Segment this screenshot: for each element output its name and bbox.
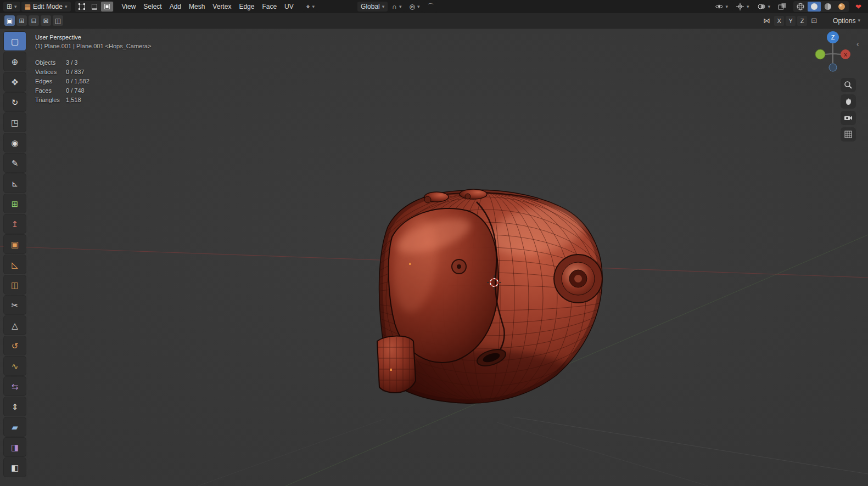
chevron-down-icon: ▾	[399, 4, 402, 9]
tool-smooth[interactable]: ∿	[4, 357, 26, 375]
menu-mesh[interactable]: Mesh	[185, 2, 209, 12]
tool-measure[interactable]: ⊾	[4, 174, 26, 193]
chevron-down-icon: ▾	[417, 4, 420, 9]
select-mode-invert[interactable]: ⊠	[41, 15, 51, 26]
mirror-axis-group: XYZ	[774, 16, 807, 26]
overlays-dropdown[interactable]: ▾	[754, 1, 774, 12]
tool-spin[interactable]: ↺	[4, 336, 26, 355]
shading-material-button[interactable]	[821, 2, 835, 12]
menu-vertex[interactable]: Vertex	[209, 2, 235, 12]
mirror-x-toggle[interactable]: X	[774, 16, 784, 26]
pan-button[interactable]	[841, 94, 856, 109]
edge-select-mode-button[interactable]	[88, 2, 100, 12]
chevron-down-icon: ▾	[382, 4, 385, 9]
rip-region-icon: ◨	[11, 443, 19, 451]
gizmos-dropdown[interactable]: ▾	[732, 1, 753, 12]
tool-annotate[interactable]: ✎	[4, 154, 26, 172]
select-mode-set[interactable]: ▣	[4, 15, 15, 26]
snap-symmetry-icon[interactable]: ⊡	[809, 16, 819, 25]
gizmo-y-axis[interactable]	[815, 49, 825, 59]
shading-wireframe-button[interactable]	[794, 2, 807, 12]
3d-viewport[interactable]: User Perspective (1) Plane.001 | Plane.0…	[0, 29, 868, 486]
menu-add[interactable]: Add	[166, 2, 185, 12]
sidebar-toggle[interactable]: ‹	[856, 39, 859, 48]
vertex-select-mode-button[interactable]	[76, 2, 88, 12]
tool-scale[interactable]: ◳	[4, 113, 26, 132]
tool-rotate[interactable]: ↻	[4, 93, 26, 111]
tool-select-box[interactable]: ▢	[4, 32, 26, 50]
scene-render	[0, 29, 868, 486]
tool-transform[interactable]: ◉	[4, 133, 26, 152]
mirror-y-toggle[interactable]: Y	[786, 16, 796, 26]
tool-extrude-region[interactable]: ↥	[4, 214, 26, 233]
options-dropdown[interactable]: Options ▾	[830, 16, 864, 26]
menu-view[interactable]: View	[118, 2, 140, 12]
navigation-gizmo[interactable]: Z X	[808, 29, 858, 78]
falloff-dropdown[interactable]: ⌒	[424, 1, 437, 13]
rip-edge-icon: ◧	[11, 464, 19, 472]
spin-icon: ↺	[12, 342, 19, 350]
tool-add-cube[interactable]: ⊞	[4, 194, 26, 213]
editor-type-button[interactable]: ⊞ ▾	[3, 2, 20, 12]
ortho-toggle-button[interactable]	[841, 127, 856, 142]
inset-faces-icon: ▣	[11, 240, 19, 248]
zoom-button[interactable]	[841, 78, 856, 92]
orientation-dropdown[interactable]: Global ▾	[357, 2, 388, 12]
cursor-icon: ⊕	[12, 58, 19, 66]
menu-uv[interactable]: UV	[281, 2, 298, 12]
stat-vertices: Vertices0 / 837	[35, 67, 89, 77]
tool-bevel[interactable]: ◺	[4, 255, 26, 274]
heart-icon[interactable]: ❤	[855, 3, 861, 11]
tool-inset-faces[interactable]: ▣	[4, 235, 26, 253]
chevron-down-icon: ▾	[858, 18, 860, 23]
chevron-down-icon: ▾	[768, 4, 771, 9]
symmetry-icon[interactable]: ⋈	[761, 16, 772, 25]
select-mode-subtract[interactable]: ⊟	[29, 15, 39, 26]
tool-shear[interactable]: ▰	[4, 417, 26, 436]
gizmo-neg-z-axis[interactable]	[829, 64, 837, 71]
tool-shrink-fatten[interactable]: ⇕	[4, 397, 26, 416]
select-mode-extend[interactable]: ⊞	[16, 15, 27, 26]
add-cube-icon: ⊞	[12, 200, 19, 208]
snap-dropdown[interactable]: ∩ ▾	[389, 2, 405, 12]
eye-icon	[715, 2, 724, 11]
grid-icon	[844, 130, 853, 139]
stats-overlay: Objects3 / 3Vertices0 / 837Edges0 / 1,58…	[35, 58, 89, 105]
tool-edge-slide[interactable]: ⇆	[4, 377, 26, 395]
mode-label: Edit Mode	[33, 3, 63, 10]
face-select-mode-button[interactable]	[101, 2, 113, 12]
mirror-z-toggle[interactable]: Z	[797, 16, 807, 26]
proportional-edit-dropdown[interactable]: ◎ ▾	[406, 2, 423, 12]
tool-settings-bar: ▣⊞⊟⊠◫ ⋈ XYZ ⊡ Options ▾	[0, 13, 868, 29]
mesh-select-mode-group	[75, 1, 114, 12]
tool-poly-build[interactable]: △	[4, 316, 26, 335]
active-object-label: (1) Plane.001 | Plane.001 <Hops_Camera>	[35, 42, 151, 50]
header-menus: ViewSelectAddMeshVertexEdgeFaceUV	[118, 2, 298, 12]
stat-faces: Faces0 / 748	[35, 86, 89, 95]
visibility-dropdown[interactable]: ▾	[712, 1, 732, 12]
tool-rip-region[interactable]: ◨	[4, 438, 26, 456]
menu-face[interactable]: Face	[258, 2, 281, 12]
transform-icon: ◉	[11, 139, 18, 147]
edit-mode-icon: ▦	[25, 3, 31, 10]
viewport-side-controls	[841, 78, 856, 142]
tool-loop-cut[interactable]: ◫	[4, 275, 26, 294]
mode-dropdown[interactable]: ▦ Edit Mode ▾	[21, 2, 71, 12]
shading-solid-button[interactable]	[808, 2, 821, 12]
tool-rip-edge[interactable]: ◧	[4, 458, 26, 477]
rotate-icon: ↻	[12, 98, 19, 106]
shading-rendered-button[interactable]	[835, 2, 848, 12]
tool-cursor[interactable]: ⊕	[4, 52, 26, 71]
pivot-dropdown[interactable]: ⌖ ▾	[303, 2, 318, 12]
menu-select[interactable]: Select	[139, 2, 165, 12]
xray-toggle[interactable]	[775, 1, 790, 12]
tool-move[interactable]: ✥	[4, 72, 26, 91]
face-select-icon	[103, 3, 111, 10]
menu-edge[interactable]: Edge	[235, 2, 258, 12]
select-mode-intersect[interactable]: ◫	[53, 15, 63, 26]
camera-view-button[interactable]	[841, 111, 856, 125]
tool-knife[interactable]: ✂	[4, 296, 26, 314]
bevel-icon: ◺	[12, 261, 18, 269]
gizmos-icon	[736, 2, 744, 11]
chevron-down-icon: ▾	[726, 4, 729, 9]
